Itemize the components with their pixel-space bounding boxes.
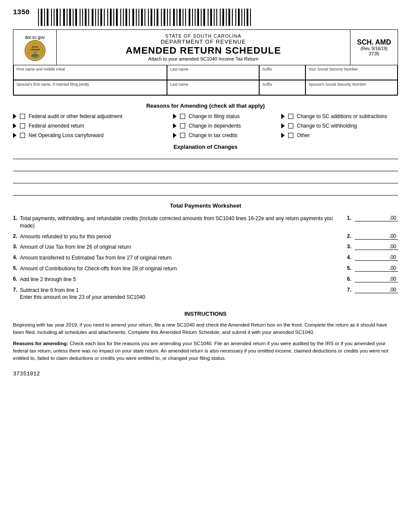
- instructions-title: INSTRUCTIONS: [13, 311, 398, 317]
- checkbox-sc-additions[interactable]: [288, 114, 293, 119]
- instructions-section: INSTRUCTIONS Beginning with tax year 201…: [13, 311, 398, 362]
- state-name: STATE OF SOUTH CAROLINA: [165, 33, 241, 38]
- reason-col-1-3: Change to SC additions or subtractions: [281, 113, 398, 119]
- ws-line-2: 2.: [344, 233, 355, 239]
- ws-amount-1[interactable]: .00: [355, 215, 398, 221]
- reason-federal-amended: Federal amended return: [29, 123, 84, 129]
- ws-num-1: 1.: [13, 215, 20, 221]
- spouse-last-name-cell[interactable]: Last name: [167, 80, 259, 95]
- form-header: dor.sc.gov SOUTH CAROLINA 1776 STATE OF …: [13, 29, 398, 65]
- ws-desc-5: Amount of Contributions for Check-offs f…: [20, 265, 344, 272]
- ws-amount-6[interactable]: .00: [355, 276, 398, 282]
- explanation-lines-container: [13, 159, 398, 195]
- ws-num-4: 4.: [13, 254, 20, 260]
- instructions-reasons-text: Check each box for the reasons you are a…: [13, 341, 388, 361]
- state-seal: SOUTH CAROLINA 1776: [24, 40, 46, 61]
- checkbox-federal-audit[interactable]: [20, 114, 25, 119]
- ws-sub-desc-7: Enter this amount on line 23 of your ame…: [20, 294, 145, 300]
- instructions-para-1: Beginning with tax year 2019, if you nee…: [13, 321, 398, 337]
- ws-desc-7-container: Subtract line 6 from line 1 Enter this a…: [20, 287, 344, 301]
- reason-tax-credits: Change in tax credits: [189, 132, 238, 138]
- reason-col-1-2: Change in filing status: [173, 113, 281, 119]
- checkbox-federal-amended[interactable]: [20, 123, 25, 128]
- logo-area: dor.sc.gov SOUTH CAROLINA 1776: [13, 30, 57, 65]
- arrow-icon-7: [13, 133, 16, 138]
- worksheet-row-5: 5. Amount of Contributions for Check-off…: [13, 264, 398, 273]
- revision-date: (Rev. 9/16/19): [360, 46, 388, 51]
- reasons-row-2: Federal amended return Change in depende…: [13, 123, 398, 129]
- worksheet-row-3: 3. Amount of Use Tax from line 26 of ori…: [13, 243, 398, 252]
- spouse-first-name-label: Spouse's first name, if married filing j…: [16, 82, 164, 87]
- reason-col-3-2: Change in tax credits: [173, 132, 281, 138]
- first-name-label: First name and middle initial: [16, 67, 164, 71]
- worksheet-row-1: 1. Total payments, withholding, and refu…: [13, 214, 398, 231]
- dept-name: DEPARTMENT OF REVENUE: [161, 38, 246, 45]
- spouse-first-name-cell[interactable]: Spouse's first name, if married filing j…: [13, 80, 167, 95]
- reasons-section: Reasons for Amending (check all that app…: [13, 103, 398, 138]
- spouse-suffix-cell[interactable]: Suffix: [259, 80, 305, 95]
- first-name-cell[interactable]: First name and middle initial: [13, 65, 167, 80]
- ws-desc-1: Total payments, withholding, and refunda…: [20, 215, 344, 230]
- reason-filing-status: Change in filing status: [189, 113, 240, 119]
- header-right: SCH. AMD (Rev. 9/16/19) 3735: [350, 30, 398, 65]
- spouse-ssn-cell[interactable]: Spouse's Social Security Number: [305, 80, 398, 95]
- arrow-icon-5: [173, 123, 177, 128]
- arrow-icon-8: [173, 133, 177, 138]
- ws-line-6: 6.: [344, 276, 355, 282]
- checkbox-other[interactable]: [288, 133, 293, 138]
- checkbox-sc-withholding[interactable]: [288, 123, 293, 128]
- worksheet-title: Total Payments Worksheet: [13, 202, 398, 209]
- ws-amount-5[interactable]: .00: [355, 265, 398, 272]
- suffix-label: Suffix: [262, 67, 302, 71]
- last-name-label: Last name: [170, 67, 256, 71]
- worksheet-row-6: 6. Add line 2 through line 5 6. .00: [13, 275, 398, 284]
- reason-other: Other: [297, 132, 310, 138]
- spouse-suffix-label: Suffix: [262, 82, 302, 87]
- barcode: [38, 9, 251, 26]
- svg-text:1776: 1776: [33, 51, 37, 53]
- explanation-line-2[interactable]: [13, 171, 398, 183]
- worksheet-row-4: 4. Amount transferred to Estimated Tax f…: [13, 253, 398, 263]
- arrow-icon-9: [281, 133, 285, 138]
- last-name-cell[interactable]: Last name: [167, 65, 259, 80]
- ws-line-5: 5.: [344, 265, 355, 271]
- ws-line-4: 4.: [344, 254, 355, 260]
- explanation-section: Explanation of Changes: [13, 144, 398, 195]
- arrow-icon-1: [13, 114, 16, 119]
- reason-col-2-3: Change to SC withholding: [281, 123, 398, 129]
- ws-amount-3[interactable]: .00: [355, 244, 398, 250]
- spouse-last-name-label: Last name: [170, 82, 256, 87]
- arrow-icon-6: [281, 123, 285, 128]
- worksheet-row-7: 7. Subtract line 6 from line 1 Enter thi…: [13, 286, 398, 302]
- ws-num-3: 3.: [13, 244, 20, 250]
- name-fields-grid: First name and middle initial Last name …: [13, 65, 398, 96]
- reason-sc-additions: Change to SC additions or subtractions: [297, 113, 387, 119]
- ws-desc-3: Amount of Use Tax from line 26 of origin…: [20, 244, 344, 251]
- suffix-cell[interactable]: Suffix: [259, 65, 305, 80]
- ws-amount-4[interactable]: .00: [355, 254, 398, 261]
- ws-num-7: 7.: [13, 287, 20, 293]
- explanation-line-1[interactable]: [13, 159, 398, 171]
- reason-col-2-1: Federal amended return: [13, 123, 173, 129]
- ws-amount-2[interactable]: .00: [355, 233, 398, 240]
- ws-desc-7: Subtract line 6 from line 1: [20, 287, 79, 293]
- checkbox-tax-credits[interactable]: [180, 133, 185, 138]
- reasons-row-3: Net Operating Loss carryforward Change i…: [13, 132, 398, 138]
- ws-line-1: 1.: [344, 215, 355, 221]
- instructions-body: Beginning with tax year 2019, if you nee…: [13, 321, 398, 362]
- checkbox-filing-status[interactable]: [180, 114, 185, 119]
- checkbox-nol[interactable]: [20, 133, 25, 138]
- checkbox-dependents[interactable]: [180, 123, 185, 128]
- website-url: dor.sc.gov: [25, 35, 45, 40]
- footer-code: 37351012: [13, 371, 398, 377]
- reason-col-3-1: Net Operating Loss carryforward: [13, 132, 173, 138]
- ws-line-3: 3.: [344, 244, 355, 250]
- arrow-icon-2: [173, 114, 177, 119]
- ssn-cell[interactable]: Your Social Security Number: [305, 65, 398, 80]
- ws-amount-7[interactable]: .00: [355, 287, 398, 293]
- spouse-ssn-label: Spouse's Social Security Number: [308, 82, 395, 87]
- explanation-line-3[interactable]: [13, 183, 398, 195]
- instructions-para-2: Reasons for amending: Check each box for…: [13, 340, 398, 362]
- reason-col-2-2: Change in dependents: [173, 123, 281, 129]
- arrow-icon-3: [281, 114, 285, 119]
